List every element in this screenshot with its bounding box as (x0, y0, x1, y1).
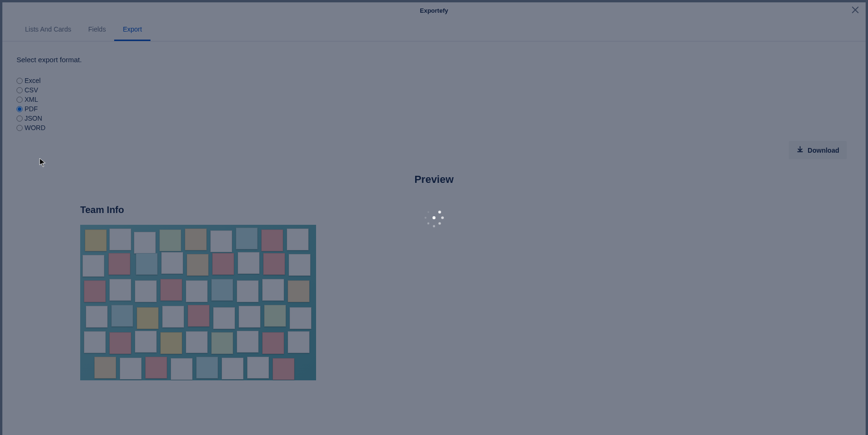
radio-option-excel[interactable]: Excel (17, 77, 851, 84)
radio-label-excel: Excel (25, 77, 41, 84)
radio-input-xml[interactable] (17, 97, 23, 103)
export-tab-content: Select export format. Excel CSV XML PDF … (2, 41, 866, 435)
svg-point-4 (433, 225, 435, 227)
radio-option-word[interactable]: WORD (17, 124, 851, 131)
radio-input-json[interactable] (17, 115, 23, 122)
tab-bar: Lists And Cards Fields Export (2, 19, 866, 41)
modal-header: Exportefy (2, 2, 866, 19)
radio-option-pdf[interactable]: PDF (17, 105, 851, 113)
radio-input-word[interactable] (17, 125, 23, 131)
card-cover-image (80, 225, 316, 380)
close-button[interactable] (850, 5, 861, 16)
svg-point-3 (438, 222, 441, 224)
radio-label-xml: XML (25, 96, 38, 103)
radio-option-xml[interactable]: XML (17, 96, 851, 103)
svg-point-2 (441, 216, 444, 219)
svg-point-5 (427, 222, 429, 224)
svg-point-7 (427, 211, 429, 213)
modal-title: Exportefy (420, 7, 448, 14)
tab-lists-and-cards[interactable]: Lists And Cards (17, 19, 80, 41)
preview-heading: Preview (17, 173, 851, 186)
tab-export[interactable]: Export (114, 19, 150, 41)
export-prompt: Select export format. (17, 56, 851, 64)
radio-label-json: JSON (25, 115, 42, 122)
svg-point-6 (425, 217, 426, 219)
close-icon (852, 7, 859, 15)
svg-point-1 (438, 211, 441, 213)
radio-label-csv: CSV (25, 86, 38, 94)
radio-input-csv[interactable] (17, 87, 23, 93)
tab-fields[interactable]: Fields (80, 19, 114, 41)
radio-input-pdf[interactable] (17, 106, 23, 112)
radio-option-csv[interactable]: CSV (17, 86, 851, 94)
svg-point-0 (433, 216, 435, 219)
download-icon (796, 146, 804, 155)
download-button[interactable]: Download (789, 141, 847, 159)
radio-option-json[interactable]: JSON (17, 115, 851, 122)
actions-row: Download (17, 141, 851, 159)
radio-input-excel[interactable] (17, 78, 23, 84)
radio-label-pdf: PDF (25, 105, 38, 113)
radio-label-word: WORD (25, 124, 45, 131)
loading-spinner-icon (420, 204, 448, 232)
download-button-label: Download (808, 147, 839, 154)
export-format-radio-group: Excel CSV XML PDF JSON WORD (17, 77, 851, 131)
